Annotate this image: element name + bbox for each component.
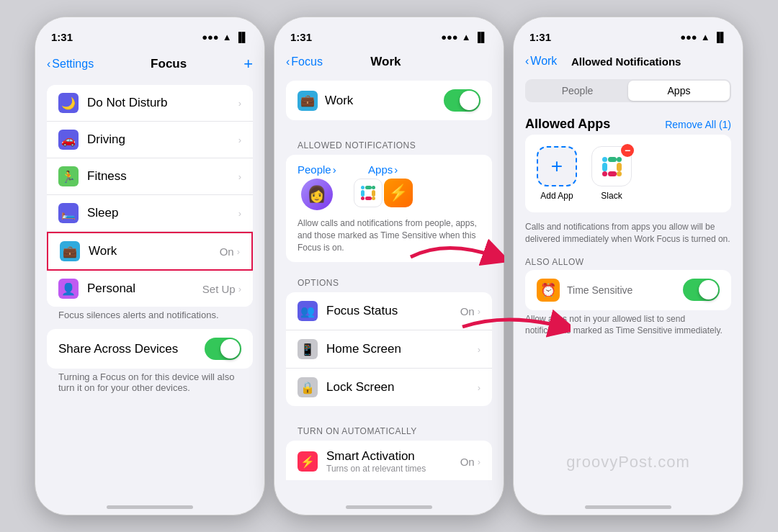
lock-screen-row[interactable]: 🔒 Lock Screen › xyxy=(286,369,492,406)
focus-status-right: On › xyxy=(460,305,480,317)
smart-activation-row[interactable]: ⚡ Smart Activation Turns on at relevant … xyxy=(286,441,492,480)
share-toggle[interactable] xyxy=(205,338,241,360)
share-label: Share Across Devices xyxy=(58,342,205,356)
sleep-icon: 🛏️ xyxy=(58,203,79,223)
status-bar-1: 1:31 ●●● ▲ ▐▌ xyxy=(35,17,264,49)
battery-icon: ▐▌ xyxy=(714,32,727,42)
people-col[interactable]: People › 👩 xyxy=(298,163,336,210)
svg-rect-8 xyxy=(602,163,607,171)
allowed-notif-card: People › 👩 Apps › xyxy=(286,155,492,262)
svg-rect-13 xyxy=(617,171,622,176)
svg-rect-5 xyxy=(372,197,375,200)
svg-rect-4 xyxy=(372,190,375,197)
share-note: Turning a Focus on for this device will … xyxy=(35,369,264,402)
phone-1-frame: 1:31 ●●● ▲ ▐▌ ‹ Settings Focus + xyxy=(35,17,265,515)
list-item-sleep[interactable]: 🛏️ Sleep › xyxy=(47,195,253,232)
home-indicator-2 xyxy=(346,505,432,509)
work-label: Work xyxy=(89,244,220,258)
list-item-driving[interactable]: 🚗 Driving › xyxy=(47,122,253,158)
share-across-devices-row[interactable]: Share Across Devices xyxy=(47,329,253,369)
signal-icon: ●●● xyxy=(441,32,458,42)
back-to-settings[interactable]: ‹ Settings xyxy=(47,58,94,71)
app-desc: Calls and notifications from apps you al… xyxy=(514,218,743,251)
other-app-icon: ⚡ xyxy=(384,179,413,207)
page-title-1: Focus xyxy=(151,57,187,71)
signal-icon: ●●● xyxy=(202,32,219,42)
status-icons-2: ●●● ▲ ▐▌ xyxy=(441,32,488,42)
add-focus-button[interactable]: + xyxy=(243,55,253,73)
apps-col[interactable]: Apps › xyxy=(354,163,413,210)
time-sensitive-toggle[interactable] xyxy=(683,279,720,301)
smart-activation-label: Smart Activation xyxy=(326,449,460,464)
nav-bar-2: ‹ Focus Work xyxy=(274,49,504,75)
work-toggle-card: 💼 Work xyxy=(286,81,492,120)
add-app-item[interactable]: + Add App xyxy=(537,146,577,201)
allowed-apps-header: Allowed Apps Remove All (1) xyxy=(514,108,743,135)
chevron-icon: › xyxy=(238,284,241,294)
remove-all-button[interactable]: Remove All (1) xyxy=(665,119,731,130)
back-to-work[interactable]: ‹ Work xyxy=(525,55,557,68)
back-to-focus[interactable]: ‹ Focus xyxy=(286,55,323,68)
wifi-icon: ▲ xyxy=(701,32,710,42)
add-app-label: Add App xyxy=(540,191,573,201)
slack-app-icon xyxy=(354,179,383,207)
svg-rect-6 xyxy=(365,197,372,200)
allowed-apps-title: Allowed Apps xyxy=(525,117,610,132)
nav-bar-1: ‹ Settings Focus + xyxy=(35,49,264,79)
chevron-icon: › xyxy=(238,135,241,145)
people-tab[interactable]: People xyxy=(527,81,628,101)
smart-activation-icon: ⚡ xyxy=(298,451,318,472)
svg-rect-0 xyxy=(361,190,365,197)
phone-3-frame: 1:31 ●●● ▲ ▐▌ ‹ Work Allowed Notificatio… xyxy=(513,17,743,515)
content-area-1: 🌙 Do Not Disturb › 🚗 Driving › 🏃 xyxy=(35,79,264,484)
phone-1: 1:31 ●●● ▲ ▐▌ ‹ Settings Focus + xyxy=(35,17,265,515)
battery-icon: ▐▌ xyxy=(236,32,249,42)
driving-label: Driving xyxy=(87,132,238,147)
status-bar-2: 1:31 ●●● ▲ ▐▌ xyxy=(274,17,504,49)
battery-icon: ▐▌ xyxy=(475,32,488,42)
svg-rect-15 xyxy=(602,171,607,176)
personal-icon: 👤 xyxy=(58,279,79,299)
svg-rect-7 xyxy=(361,197,365,200)
work-toggle-row[interactable]: 💼 Work xyxy=(286,81,492,120)
phone-3-wrapper: 1:31 ●●● ▲ ▐▌ ‹ Work Allowed Notificatio… xyxy=(513,17,743,515)
personal-label: Personal xyxy=(87,281,202,296)
chevron-icon: › xyxy=(237,246,240,257)
work-status: On › xyxy=(220,245,240,258)
time-sensitive-row[interactable]: ⏰ Time Sensitive xyxy=(525,270,731,310)
content-area-2: 💼 Work ALLOWED NOTIFICATIONS People › xyxy=(274,75,504,480)
home-indicator-3 xyxy=(585,505,671,509)
wifi-icon: ▲ xyxy=(462,32,471,42)
svg-rect-1 xyxy=(361,186,365,189)
slack-svg xyxy=(598,153,625,180)
apps-link[interactable]: Apps › xyxy=(368,163,398,176)
work-icon-2: 💼 xyxy=(298,91,318,111)
list-item-work[interactable]: 💼 Work On › xyxy=(47,232,253,271)
time-sensitive-icon: ⏰ xyxy=(537,279,560,302)
page-title-2: Work xyxy=(370,55,401,69)
smart-activation-info: Smart Activation Turns on at relevant ti… xyxy=(326,449,460,474)
slack-item[interactable]: − Slack xyxy=(591,146,632,201)
work-label-2: Work xyxy=(325,94,444,108)
focus-section-note: Focus silences alerts and notifications. xyxy=(35,307,264,329)
list-item-do-not-disturb[interactable]: 🌙 Do Not Disturb › xyxy=(47,85,253,122)
focus-list-section: 🌙 Do Not Disturb › 🚗 Driving › 🏃 xyxy=(35,85,264,307)
home-screen-row[interactable]: 📱 Home Screen › xyxy=(286,330,492,369)
focus-status-label: Focus Status xyxy=(326,304,460,318)
svg-rect-11 xyxy=(617,157,622,162)
work-toggle[interactable] xyxy=(444,89,480,112)
page-title-3: Allowed Notifications xyxy=(571,55,681,68)
list-item-fitness[interactable]: 🏃 Fitness › xyxy=(47,158,253,195)
slack-icon-container: − xyxy=(591,146,632,186)
toggle-knob xyxy=(220,339,240,359)
status-icons-1: ●●● ▲ ▐▌ xyxy=(202,32,249,42)
list-item-personal[interactable]: 👤 Personal Set Up › xyxy=(47,271,253,307)
watermark: groovyPost.com xyxy=(514,453,743,472)
also-allow-header: ALSO ALLOW xyxy=(514,251,743,270)
sleep-label: Sleep xyxy=(87,206,238,220)
content-area-3: Allowed Apps Remove All (1) + Add App xyxy=(514,108,743,482)
people-link[interactable]: People › xyxy=(298,163,336,176)
turn-on-header: TURN ON AUTOMATICALLY xyxy=(274,415,504,441)
focus-status-row[interactable]: 👥 Focus Status On › xyxy=(286,292,492,330)
apps-tab[interactable]: Apps xyxy=(628,81,730,101)
